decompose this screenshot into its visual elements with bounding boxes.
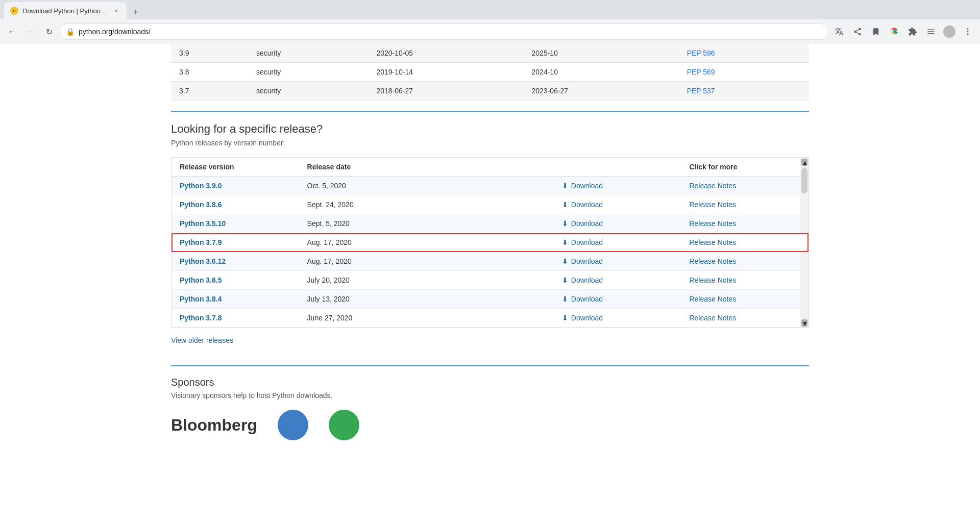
- release-notes-cell: Release Notes: [681, 271, 808, 290]
- date-cell: Aug. 17, 2020: [299, 233, 554, 252]
- date-cell: Oct. 5, 2020: [299, 177, 554, 195]
- download-link[interactable]: ⬇Download: [562, 201, 673, 209]
- version-cell: Python 3.8.6: [172, 195, 299, 214]
- pep-link[interactable]: PEP 569: [687, 68, 715, 76]
- scrollbar-down-arrow[interactable]: ▼: [801, 319, 807, 327]
- version-cell: Python 3.7.9: [172, 233, 299, 252]
- release-notes-link[interactable]: Release Notes: [689, 257, 736, 265]
- release-notes-link[interactable]: Release Notes: [689, 295, 736, 303]
- version-cell: 3.7: [171, 82, 248, 101]
- download-link[interactable]: ⬇Download: [562, 219, 673, 228]
- eol-cell: 2024-10: [524, 63, 679, 82]
- date-cell: Sept. 5, 2020: [299, 214, 554, 233]
- version-link[interactable]: Python 3.8.6: [180, 201, 222, 209]
- table-row: Python 3.8.4July 13, 2020⬇DownloadReleas…: [172, 290, 808, 309]
- download-cell: ⬇Download: [554, 177, 681, 195]
- scrollbar-up-arrow[interactable]: ▲: [801, 159, 807, 166]
- sponsors-title: Sponsors: [171, 377, 809, 388]
- release-notes-cell: Release Notes: [681, 214, 808, 233]
- release-date-cell: 2019-10-14: [368, 63, 523, 82]
- address-bar[interactable]: 🔒 python.org/downloads/: [59, 23, 829, 40]
- download-icon: ⬇: [562, 314, 568, 322]
- bookmark-button[interactable]: [868, 23, 884, 40]
- type-cell: security: [248, 63, 368, 82]
- navigation-bar: ← → ↻ 🔒 python.org/downloads/: [0, 19, 980, 44]
- version-link[interactable]: Python 3.9.0: [180, 182, 222, 190]
- reload-button[interactable]: ↻: [41, 23, 57, 40]
- download-link[interactable]: ⬇Download: [562, 238, 673, 246]
- date-cell: July 13, 2020: [299, 290, 554, 309]
- download-icon: ⬇: [562, 295, 568, 303]
- view-older-link[interactable]: View older releases: [171, 336, 233, 344]
- translate-button[interactable]: [831, 23, 847, 40]
- table-row: Python 3.8.6Sept. 24, 2020⬇DownloadRelea…: [172, 195, 808, 214]
- section-divider: [171, 111, 809, 112]
- table-row: Python 3.9.0Oct. 5, 2020⬇DownloadRelease…: [172, 177, 808, 195]
- section-subtitle: Python releases by version number:: [171, 139, 809, 147]
- release-notes-link[interactable]: Release Notes: [689, 182, 736, 190]
- active-tab[interactable]: P Download Python | Python.org ×: [4, 2, 127, 19]
- version-cell: Python 3.9.0: [172, 177, 299, 195]
- download-link[interactable]: ⬇Download: [562, 276, 673, 284]
- pep-link[interactable]: PEP 537: [687, 87, 715, 95]
- table-row: Python 3.6.12Aug. 17, 2020⬇DownloadRelea…: [172, 252, 808, 271]
- download-link[interactable]: ⬇Download: [562, 182, 673, 190]
- header-download: [554, 158, 681, 177]
- url-text: python.org/downloads/: [79, 28, 822, 36]
- download-cell: ⬇Download: [554, 252, 681, 271]
- download-icon: ⬇: [562, 257, 568, 265]
- svg-point-4: [967, 31, 969, 33]
- release-notes-cell: Release Notes: [681, 195, 808, 214]
- download-icon: ⬇: [562, 219, 568, 228]
- release-notes-cell: Release Notes: [681, 177, 808, 195]
- tab-title: Download Python | Python.org: [22, 7, 108, 15]
- release-notes-link[interactable]: Release Notes: [689, 314, 736, 322]
- profile-button[interactable]: [941, 23, 958, 40]
- version-link[interactable]: Python 3.8.4: [180, 295, 222, 303]
- bloomberg-logo: Bloomberg: [171, 416, 257, 435]
- table-header-row: Release version Release date Click for m…: [172, 158, 808, 177]
- release-notes-link[interactable]: Release Notes: [689, 219, 736, 228]
- sidebar-button[interactable]: [923, 23, 939, 40]
- scrollbar-thumb[interactable]: [801, 168, 807, 193]
- browser-actions: [831, 23, 976, 40]
- version-cell: Python 3.8.4: [172, 290, 299, 309]
- back-button[interactable]: ←: [4, 23, 20, 40]
- release-notes-link[interactable]: Release Notes: [689, 238, 736, 246]
- download-cell: ⬇Download: [554, 309, 681, 328]
- release-notes-link[interactable]: Release Notes: [689, 201, 736, 209]
- page-content: 3.9 security 2020-10-05 2025-10 PEP 596 …: [0, 44, 980, 525]
- new-tab-button[interactable]: +: [129, 5, 143, 19]
- version-link[interactable]: Python 3.8.5: [180, 276, 222, 284]
- download-cell: ⬇Download: [554, 290, 681, 309]
- download-link[interactable]: ⬇Download: [562, 257, 673, 265]
- release-notes-cell: Release Notes: [681, 233, 808, 252]
- releases-table: Release version Release date Click for m…: [172, 158, 808, 328]
- tab-bar: P Download Python | Python.org × +: [0, 0, 980, 19]
- sponsors-section: Sponsors Visionary sponsors help to host…: [171, 377, 809, 440]
- browser-window: P Download Python | Python.org × + ← → ↻…: [0, 0, 980, 525]
- version-link[interactable]: Python 3.5.10: [180, 219, 226, 228]
- menu-button[interactable]: [960, 23, 976, 40]
- release-notes-link[interactable]: Release Notes: [689, 276, 736, 284]
- version-link[interactable]: Python 3.7.9: [180, 238, 222, 246]
- download-link[interactable]: ⬇Download: [562, 295, 673, 303]
- pep-cell: PEP 569: [679, 63, 809, 82]
- share-button[interactable]: [849, 23, 866, 40]
- release-date-cell: 2020-10-05: [368, 44, 523, 63]
- release-date-cell: 2018-06-27: [368, 82, 523, 101]
- version-link[interactable]: Python 3.7.8: [180, 314, 222, 322]
- version-link[interactable]: Python 3.6.12: [180, 257, 226, 265]
- header-more: Click for more: [681, 158, 808, 177]
- extensions-button[interactable]: [904, 23, 921, 40]
- tab-favicon: P: [10, 7, 18, 15]
- tab-close-button[interactable]: ×: [112, 7, 120, 15]
- download-icon: ⬇: [562, 201, 568, 209]
- table-row: Python 3.7.8June 27, 2020⬇DownloadReleas…: [172, 309, 808, 328]
- forward-button[interactable]: →: [22, 23, 39, 40]
- pep-link[interactable]: PEP 596: [687, 49, 715, 57]
- release-notes-cell: Release Notes: [681, 309, 808, 328]
- release-notes-cell: Release Notes: [681, 290, 808, 309]
- download-link[interactable]: ⬇Download: [562, 314, 673, 322]
- version-cell: Python 3.6.12: [172, 252, 299, 271]
